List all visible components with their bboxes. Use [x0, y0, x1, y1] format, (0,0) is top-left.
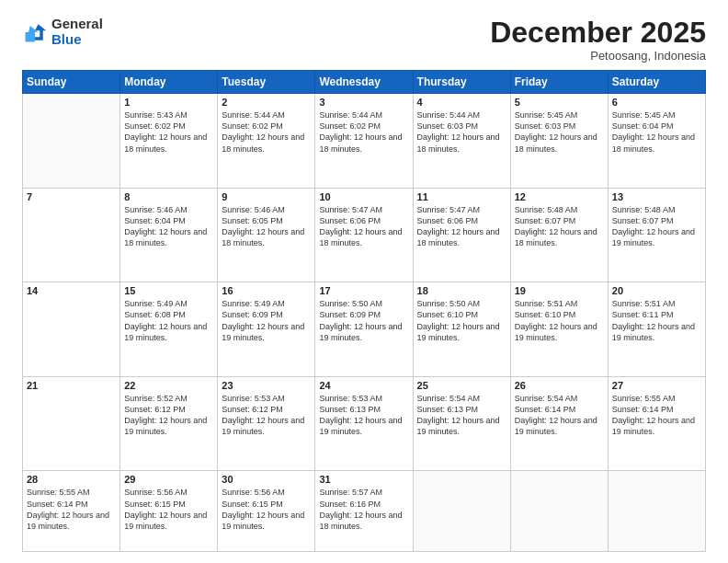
logo-general: General [51, 16, 103, 31]
day-header-wednesday: Wednesday [315, 71, 413, 94]
day-number: 14 [27, 285, 116, 296]
calendar-cell: 24Sunrise: 5:53 AMSunset: 6:13 PMDayligh… [315, 376, 413, 471]
day-header-friday: Friday [510, 71, 608, 94]
calendar-table: SundayMondayTuesdayWednesdayThursdayFrid… [22, 70, 706, 552]
week-row-4: 2122Sunrise: 5:52 AMSunset: 6:12 PMDayli… [23, 376, 706, 471]
day-info: Sunrise: 5:54 AMSunset: 6:13 PMDaylight:… [417, 393, 506, 438]
day-number: 3 [319, 97, 408, 108]
calendar-cell: 20Sunrise: 5:51 AMSunset: 6:11 PMDayligh… [608, 282, 705, 377]
calendar-cell: 3Sunrise: 5:44 AMSunset: 6:02 PMDaylight… [315, 94, 413, 189]
day-header-tuesday: Tuesday [218, 71, 315, 94]
day-info: Sunrise: 5:52 AMSunset: 6:12 PMDaylight:… [124, 393, 213, 438]
day-number: 1 [124, 97, 213, 108]
week-row-2: 78Sunrise: 5:46 AMSunset: 6:04 PMDayligh… [23, 188, 706, 282]
calendar-cell: 18Sunrise: 5:50 AMSunset: 6:10 PMDayligh… [413, 282, 510, 377]
calendar-cell: 9Sunrise: 5:46 AMSunset: 6:05 PMDaylight… [218, 188, 315, 282]
day-info: Sunrise: 5:43 AMSunset: 6:02 PMDaylight:… [124, 109, 213, 155]
calendar-cell: 14 [23, 282, 120, 377]
day-info: Sunrise: 5:56 AMSunset: 6:15 PMDaylight:… [124, 487, 213, 532]
day-info: Sunrise: 5:44 AMSunset: 6:03 PMDaylight:… [417, 109, 506, 155]
calendar-cell: 19Sunrise: 5:51 AMSunset: 6:10 PMDayligh… [510, 282, 608, 377]
calendar-cell [23, 94, 120, 189]
calendar-cell: 15Sunrise: 5:49 AMSunset: 6:08 PMDayligh… [120, 282, 218, 377]
day-info: Sunrise: 5:56 AMSunset: 6:15 PMDaylight:… [222, 487, 311, 532]
calendar-cell: 1Sunrise: 5:43 AMSunset: 6:02 PMDaylight… [120, 94, 218, 189]
calendar-cell: 29Sunrise: 5:56 AMSunset: 6:15 PMDayligh… [120, 471, 218, 552]
calendar-cell: 2Sunrise: 5:44 AMSunset: 6:02 PMDaylight… [218, 94, 315, 189]
day-info: Sunrise: 5:48 AMSunset: 6:07 PMDaylight:… [612, 204, 701, 249]
calendar-cell: 16Sunrise: 5:49 AMSunset: 6:09 PMDayligh… [218, 282, 315, 377]
calendar-cell: 31Sunrise: 5:57 AMSunset: 6:16 PMDayligh… [315, 471, 413, 552]
day-number: 15 [124, 285, 213, 296]
day-header-saturday: Saturday [608, 71, 705, 94]
day-number: 28 [27, 474, 116, 485]
day-info: Sunrise: 5:49 AMSunset: 6:08 PMDaylight:… [124, 298, 213, 343]
calendar-cell: 6Sunrise: 5:45 AMSunset: 6:04 PMDaylight… [608, 94, 705, 189]
day-info: Sunrise: 5:54 AMSunset: 6:14 PMDaylight:… [515, 393, 604, 438]
calendar-cell: 13Sunrise: 5:48 AMSunset: 6:07 PMDayligh… [608, 188, 705, 282]
day-number: 10 [319, 191, 408, 202]
day-header-monday: Monday [120, 71, 218, 94]
day-number: 18 [417, 285, 506, 296]
day-info: Sunrise: 5:53 AMSunset: 6:13 PMDaylight:… [319, 393, 408, 438]
calendar-cell: 26Sunrise: 5:54 AMSunset: 6:14 PMDayligh… [510, 376, 608, 471]
header: General Blue December 2025 Petoosang, In… [22, 17, 706, 63]
calendar-cell: 4Sunrise: 5:44 AMSunset: 6:03 PMDaylight… [413, 94, 510, 189]
day-number: 17 [319, 285, 408, 296]
calendar-cell: 25Sunrise: 5:54 AMSunset: 6:13 PMDayligh… [413, 376, 510, 471]
day-info: Sunrise: 5:47 AMSunset: 6:06 PMDaylight:… [319, 204, 408, 249]
day-number: 9 [222, 191, 311, 202]
day-info: Sunrise: 5:55 AMSunset: 6:14 PMDaylight:… [27, 487, 116, 532]
day-info: Sunrise: 5:48 AMSunset: 6:07 PMDaylight:… [515, 204, 604, 249]
day-info: Sunrise: 5:51 AMSunset: 6:10 PMDaylight:… [515, 298, 604, 343]
title-block: December 2025 Petoosang, Indonesia [490, 17, 706, 63]
day-info: Sunrise: 5:50 AMSunset: 6:10 PMDaylight:… [417, 298, 506, 343]
day-number: 29 [124, 474, 213, 485]
calendar-cell [608, 471, 705, 552]
day-number: 21 [27, 380, 116, 391]
logo-blue: Blue [51, 31, 82, 47]
day-info: Sunrise: 5:46 AMSunset: 6:04 PMDaylight:… [124, 204, 213, 249]
day-info: Sunrise: 5:44 AMSunset: 6:02 PMDaylight:… [222, 109, 311, 155]
day-number: 26 [515, 380, 604, 391]
calendar-cell: 7 [23, 188, 120, 282]
week-row-3: 1415Sunrise: 5:49 AMSunset: 6:08 PMDayli… [23, 282, 706, 377]
calendar-cell: 21 [23, 376, 120, 471]
day-info: Sunrise: 5:55 AMSunset: 6:14 PMDaylight:… [612, 393, 701, 438]
calendar-cell [413, 471, 510, 552]
day-info: Sunrise: 5:57 AMSunset: 6:16 PMDaylight:… [319, 487, 408, 532]
calendar-cell: 23Sunrise: 5:53 AMSunset: 6:12 PMDayligh… [218, 376, 315, 471]
day-info: Sunrise: 5:47 AMSunset: 6:06 PMDaylight:… [417, 204, 506, 249]
day-header-thursday: Thursday [413, 71, 510, 94]
day-number: 22 [124, 380, 213, 391]
logo-icon [22, 19, 48, 45]
calendar-cell: 11Sunrise: 5:47 AMSunset: 6:06 PMDayligh… [413, 188, 510, 282]
week-row-1: 1Sunrise: 5:43 AMSunset: 6:02 PMDaylight… [23, 94, 706, 189]
day-number: 27 [612, 380, 701, 391]
calendar-cell: 5Sunrise: 5:45 AMSunset: 6:03 PMDaylight… [510, 94, 608, 189]
day-info: Sunrise: 5:45 AMSunset: 6:03 PMDaylight:… [515, 109, 604, 155]
calendar-cell: 12Sunrise: 5:48 AMSunset: 6:07 PMDayligh… [510, 188, 608, 282]
calendar-cell: 22Sunrise: 5:52 AMSunset: 6:12 PMDayligh… [120, 376, 218, 471]
calendar-cell: 27Sunrise: 5:55 AMSunset: 6:14 PMDayligh… [608, 376, 705, 471]
day-number: 23 [222, 380, 311, 391]
day-number: 7 [27, 191, 116, 202]
week-row-5: 28Sunrise: 5:55 AMSunset: 6:14 PMDayligh… [23, 471, 706, 552]
day-info: Sunrise: 5:49 AMSunset: 6:09 PMDaylight:… [222, 298, 311, 343]
day-number: 31 [319, 474, 408, 485]
day-header-sunday: Sunday [23, 71, 120, 94]
day-info: Sunrise: 5:45 AMSunset: 6:04 PMDaylight:… [612, 109, 701, 155]
page: General Blue December 2025 Petoosang, In… [0, 0, 728, 563]
day-number: 6 [612, 97, 701, 108]
day-number: 19 [515, 285, 604, 296]
day-info: Sunrise: 5:44 AMSunset: 6:02 PMDaylight:… [319, 109, 408, 155]
day-number: 11 [417, 191, 506, 202]
day-number: 25 [417, 380, 506, 391]
calendar-cell [510, 471, 608, 552]
location-subtitle: Petoosang, Indonesia [490, 49, 706, 63]
calendar-cell: 8Sunrise: 5:46 AMSunset: 6:04 PMDaylight… [120, 188, 218, 282]
day-number: 5 [515, 97, 604, 108]
day-number: 24 [319, 380, 408, 391]
logo-text: General Blue [51, 17, 103, 47]
calendar-cell: 30Sunrise: 5:56 AMSunset: 6:15 PMDayligh… [218, 471, 315, 552]
